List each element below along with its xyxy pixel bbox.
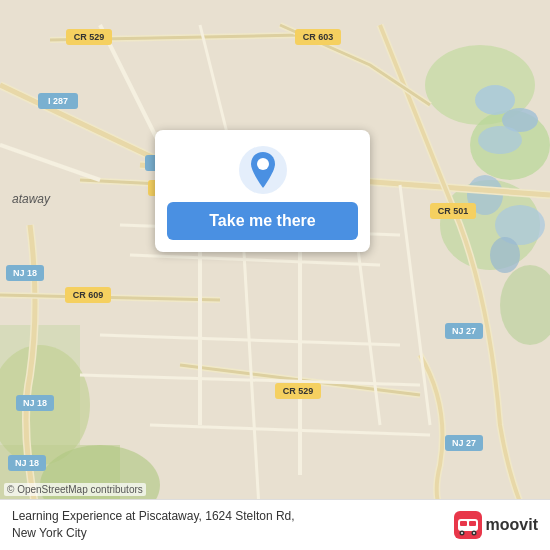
moovit-icon bbox=[454, 511, 482, 539]
svg-text:CR 609: CR 609 bbox=[73, 290, 104, 300]
svg-text:CR 603: CR 603 bbox=[303, 32, 334, 42]
svg-text:CR 501: CR 501 bbox=[438, 206, 469, 216]
map-svg: CR 529 CR 603 I 287 I 287 CR 665 CR 501 … bbox=[0, 0, 550, 550]
take-me-there-button[interactable]: Take me there bbox=[167, 202, 358, 240]
button-overlay: Take me there bbox=[155, 130, 370, 252]
location-description: Learning Experience at Piscataway, 1624 … bbox=[12, 508, 295, 542]
svg-point-51 bbox=[473, 532, 475, 534]
svg-point-14 bbox=[490, 237, 520, 273]
svg-point-50 bbox=[461, 532, 463, 534]
svg-text:NJ 18: NJ 18 bbox=[13, 268, 37, 278]
svg-text:ataway: ataway bbox=[12, 192, 51, 206]
map-container: CR 529 CR 603 I 287 I 287 CR 665 CR 501 … bbox=[0, 0, 550, 550]
svg-rect-47 bbox=[469, 521, 476, 526]
svg-point-11 bbox=[478, 126, 522, 154]
svg-point-43 bbox=[257, 158, 269, 170]
svg-text:NJ 18: NJ 18 bbox=[23, 398, 47, 408]
svg-point-9 bbox=[475, 85, 515, 115]
moovit-text: moovit bbox=[486, 516, 538, 534]
svg-text:NJ 18: NJ 18 bbox=[15, 458, 39, 468]
bottom-bar: Learning Experience at Piscataway, 1624 … bbox=[0, 499, 550, 550]
location-pin-icon bbox=[239, 146, 287, 194]
svg-text:I 287: I 287 bbox=[48, 96, 68, 106]
svg-text:NJ 27: NJ 27 bbox=[452, 326, 476, 336]
svg-text:CR 529: CR 529 bbox=[283, 386, 314, 396]
moovit-logo: moovit bbox=[454, 511, 538, 539]
svg-text:NJ 27: NJ 27 bbox=[452, 438, 476, 448]
svg-text:CR 529: CR 529 bbox=[74, 32, 105, 42]
osm-credit: © OpenStreetMap contributors bbox=[4, 483, 146, 496]
svg-rect-46 bbox=[460, 521, 467, 526]
